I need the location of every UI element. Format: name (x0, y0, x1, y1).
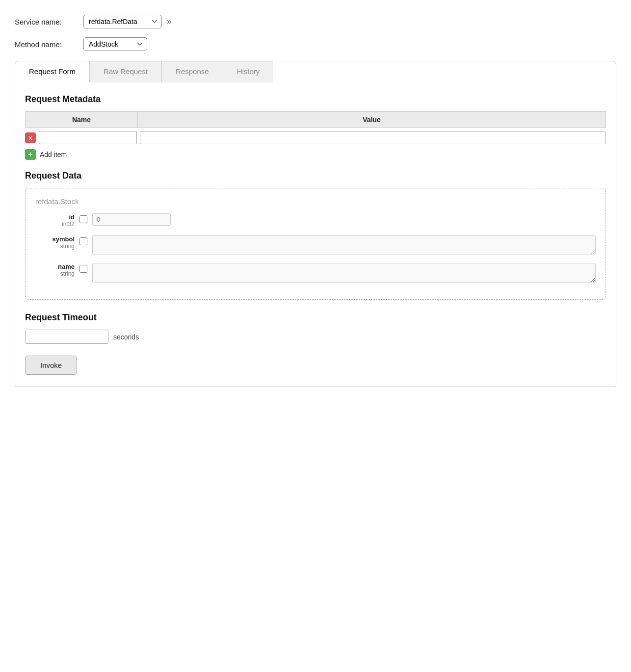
field-input-name[interactable] (92, 263, 596, 283)
request-timeout-heading: Request Timeout (25, 312, 606, 323)
field-checkbox-symbol[interactable] (79, 237, 87, 245)
tabs-container: Request Form Raw Request Response Histor… (15, 61, 616, 82)
tab-content: Request Metadata Name Value x + Add item… (15, 82, 616, 387)
add-item-button[interactable]: + (25, 149, 36, 160)
metadata-value-input[interactable] (140, 131, 606, 144)
method-name-label: Method name: (15, 40, 83, 49)
method-name-row: Method name: AddStock (15, 37, 616, 51)
timeout-input[interactable] (25, 330, 108, 344)
service-name-select[interactable]: refdata.RefData (83, 15, 162, 28)
field-row-id: id int32 (35, 213, 596, 228)
metadata-name-input[interactable] (39, 131, 137, 144)
method-name-select[interactable]: AddStock (83, 37, 147, 51)
service-name-label: Service name: (15, 18, 83, 26)
field-row-symbol: symbol string (35, 235, 596, 255)
invoke-button[interactable]: Invoke (25, 356, 77, 375)
timeout-row: seconds (25, 330, 606, 344)
invoke-section: Invoke (25, 356, 606, 375)
field-row-name: name string (35, 263, 596, 283)
request-data-type-label: refdata.Stock (35, 197, 596, 206)
field-input-id[interactable] (92, 213, 171, 226)
field-label-name: name string (35, 263, 75, 277)
remove-metadata-button[interactable]: x (25, 132, 36, 143)
request-data-heading: Request Data (25, 171, 606, 181)
field-label-symbol: symbol string (35, 235, 75, 250)
add-item-row[interactable]: + Add item (25, 149, 606, 160)
add-item-label: Add item (40, 151, 67, 158)
tab-response[interactable]: Response (162, 61, 223, 82)
metadata-col-name: Name (25, 111, 138, 128)
request-data-section: Request Data refdata.Stock id int32 symb… (25, 171, 606, 300)
timeout-unit-label: seconds (113, 333, 139, 341)
request-timeout-section: Request Timeout seconds (25, 312, 606, 344)
double-chevron-icon[interactable]: » (167, 17, 171, 26)
request-metadata-heading: Request Metadata (25, 94, 606, 104)
metadata-header-row: Name Value (25, 111, 606, 128)
request-data-box: refdata.Stock id int32 symbol string (25, 188, 606, 300)
metadata-item-row: x (25, 131, 606, 144)
tab-raw-request[interactable]: Raw Request (90, 61, 162, 82)
field-label-id: id int32 (35, 213, 75, 228)
metadata-col-value: Value (138, 111, 606, 128)
tab-history[interactable]: History (223, 61, 274, 82)
tab-request-form[interactable]: Request Form (15, 61, 90, 82)
service-name-row: Service name: refdata.RefData » (15, 15, 616, 28)
field-checkbox-id[interactable] (79, 215, 87, 223)
field-input-symbol[interactable] (92, 235, 596, 255)
field-checkbox-name[interactable] (79, 265, 87, 273)
